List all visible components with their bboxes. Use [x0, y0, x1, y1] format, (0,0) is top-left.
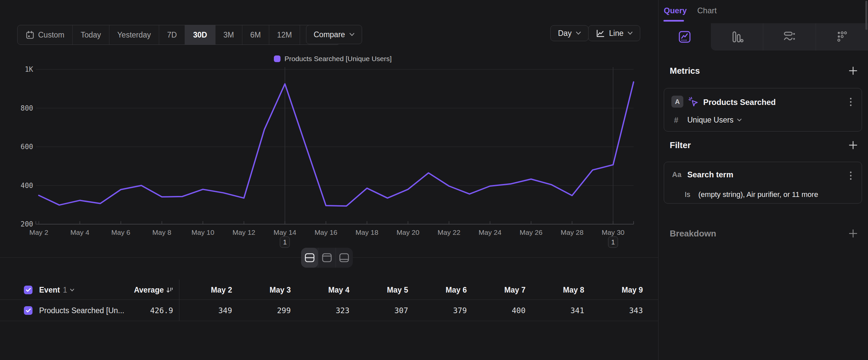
- query-sidebar: Query Chart: [658, 0, 868, 360]
- x-axis-label: May 12: [232, 228, 255, 236]
- event-header[interactable]: Event 1: [39, 286, 74, 294]
- metric-menu-button[interactable]: [846, 97, 855, 107]
- x-axis-label: May 26: [520, 228, 542, 236]
- chart-view-icon: [321, 253, 332, 263]
- table-row: 349299323307379400341343: [174, 306, 643, 315]
- kebab-menu-icon: [850, 171, 852, 180]
- funnels-icon: [729, 29, 744, 45]
- scrollbar-thumb[interactable]: [865, 1, 867, 30]
- x-axis-label: May 28: [561, 228, 584, 236]
- filter-card[interactable]: Aa Search term Is (empty string), Air pu…: [664, 162, 862, 203]
- cell-value: 299: [232, 306, 291, 315]
- cell-value: 341: [526, 306, 584, 315]
- breakdown-heading: Breakdown: [670, 228, 716, 239]
- metrics-heading: Metrics: [670, 66, 700, 76]
- plus-icon: [849, 229, 858, 238]
- column-header[interactable]: May 8: [526, 286, 584, 295]
- insights-icon: [677, 29, 692, 45]
- x-axis-label: May 30: [602, 228, 625, 236]
- y-axis-label: 400: [21, 182, 33, 190]
- filter-heading: Filter: [670, 140, 691, 150]
- funnels-tab[interactable]: [711, 23, 763, 51]
- select-all-checkbox[interactable]: [24, 286, 32, 294]
- line-chart[interactable]: 2004006008001KMay 2May 4May 6May 8May 10…: [0, 0, 658, 259]
- view-toggle-group: [301, 248, 353, 268]
- filter-property[interactable]: Search term: [687, 170, 734, 179]
- x-axis-label: May 22: [438, 228, 461, 236]
- filter-menu-button[interactable]: [846, 171, 855, 181]
- retention-icon: [834, 29, 849, 45]
- column-header[interactable]: May 4: [291, 286, 349, 295]
- flows-tab[interactable]: [763, 23, 816, 51]
- x-axis-label: May 14: [274, 228, 297, 236]
- row-checkbox[interactable]: [24, 306, 32, 315]
- column-header[interactable]: May 2: [174, 286, 232, 295]
- sort-descending-icon: [166, 287, 173, 293]
- table-view-button[interactable]: [336, 248, 353, 268]
- column-header[interactable]: May 9: [584, 286, 643, 295]
- y-axis-label: 800: [21, 104, 33, 112]
- series-line[interactable]: [39, 82, 633, 206]
- active-tab-indicator: [663, 20, 684, 22]
- cell-value: 323: [291, 306, 349, 315]
- x-axis-label: May 24: [479, 228, 502, 236]
- cursor-click-icon: [688, 96, 699, 107]
- aggregation-prefix: #: [674, 116, 678, 125]
- check-icon: [26, 308, 31, 312]
- cell-value: 349: [174, 306, 232, 315]
- x-axis-label: May 8: [153, 228, 172, 236]
- add-filter-button[interactable]: [848, 140, 858, 150]
- table-view-icon: [339, 253, 349, 263]
- table-row-divider: [0, 321, 658, 321]
- x-axis-label: May 16: [315, 228, 338, 236]
- insights-tab[interactable]: [658, 23, 711, 51]
- split-view-button[interactable]: [301, 248, 318, 268]
- annotation-badge[interactable]: 1: [280, 237, 290, 248]
- average-value: 426.9: [93, 306, 173, 315]
- filter-value: (empty string), Air purifier, or 11 more: [698, 190, 818, 199]
- split-view-icon: [304, 253, 315, 263]
- cell-value: 307: [349, 306, 408, 315]
- event-count: 1: [63, 286, 67, 295]
- chevron-down-icon: [70, 288, 74, 292]
- metric-card[interactable]: A Products Searched # Unique Users: [664, 88, 862, 132]
- x-axis-label: May 18: [355, 228, 378, 236]
- event-label: Event: [39, 286, 60, 295]
- annotation-badge[interactable]: 1: [608, 237, 618, 248]
- plus-icon: [849, 141, 858, 149]
- filter-operator: Is: [685, 190, 690, 199]
- add-metric-button[interactable]: [848, 66, 858, 76]
- x-axis-label: May 4: [70, 228, 90, 236]
- tab-query[interactable]: Query: [664, 6, 687, 15]
- chevron-down-icon: [737, 118, 742, 121]
- cell-value: 343: [584, 306, 643, 315]
- x-axis-label: May 2: [29, 228, 48, 236]
- column-header[interactable]: May 5: [349, 286, 408, 295]
- filter-condition[interactable]: Is (empty string), Air purifier, or 11 m…: [685, 190, 818, 199]
- add-breakdown-button[interactable]: [848, 228, 858, 239]
- column-header[interactable]: May 7: [467, 286, 526, 295]
- retention-tab[interactable]: [816, 23, 868, 51]
- column-header[interactable]: May 6: [408, 286, 467, 295]
- y-axis-label: 600: [21, 143, 33, 151]
- aggregation-label: Unique Users: [687, 116, 734, 124]
- kebab-menu-icon: [850, 97, 852, 107]
- report-type-tabs: [658, 23, 868, 51]
- y-axis-label: 200: [21, 220, 33, 228]
- average-header[interactable]: Average: [93, 286, 173, 294]
- metric-series-badge: A: [672, 95, 683, 108]
- plus-icon: [849, 66, 858, 75]
- check-icon: [26, 288, 31, 292]
- cell-value: 379: [408, 306, 467, 315]
- table-column-headers: May 2May 3May 4May 5May 6May 7May 8May 9: [174, 286, 643, 295]
- x-axis-label: May 20: [397, 228, 420, 236]
- aggregation-dropdown[interactable]: Unique Users: [687, 116, 742, 124]
- x-axis-label: May 10: [191, 228, 214, 236]
- metric-name[interactable]: Products Searched: [703, 98, 776, 107]
- y-axis-label: 1K: [25, 65, 33, 74]
- main-panel: CustomTodayYesterday7D30D3M6M12MXTD Comp…: [0, 0, 658, 360]
- tab-chart[interactable]: Chart: [697, 6, 717, 15]
- chart-view-button[interactable]: [318, 248, 335, 268]
- x-axis-label: May 6: [112, 228, 130, 236]
- column-header[interactable]: May 3: [232, 286, 291, 295]
